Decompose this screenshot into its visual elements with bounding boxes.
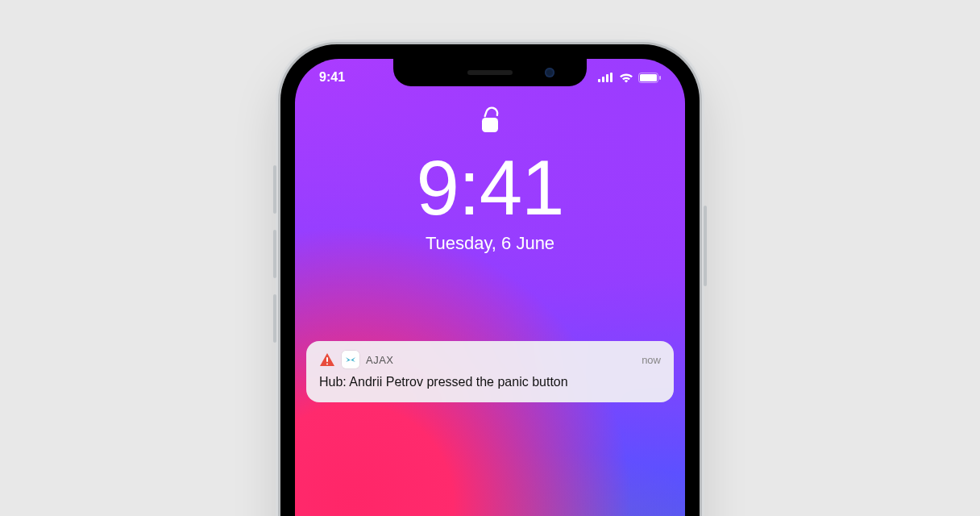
svg-rect-6 xyxy=(659,76,661,80)
notification-body: Hub: Andrii Petrov pressed the panic but… xyxy=(319,375,661,389)
lockscreen-clock: 9:41 xyxy=(417,149,564,227)
lock-screen-header: 9:41 Tuesday, 6 June xyxy=(295,59,685,254)
notification-card[interactable]: AJAX now Hub: Andrii Petrov pressed the … xyxy=(306,341,674,402)
lockscreen-date: Tuesday, 6 June xyxy=(426,233,554,254)
wifi-icon xyxy=(619,73,633,83)
cellular-icon xyxy=(598,73,614,82)
svg-rect-3 xyxy=(610,73,612,82)
unlock-icon xyxy=(480,106,500,138)
phone-screen[interactable]: 9:41 xyxy=(295,59,685,516)
svg-rect-7 xyxy=(482,118,498,132)
svg-rect-0 xyxy=(598,79,600,82)
status-time: 9:41 xyxy=(319,70,345,85)
notification-time: now xyxy=(642,354,661,366)
svg-rect-8 xyxy=(326,357,328,362)
phone-notch xyxy=(393,59,587,86)
notification-header: AJAX now xyxy=(319,351,661,368)
front-camera xyxy=(545,68,554,77)
phone-frame: 9:41 xyxy=(280,44,700,516)
svg-rect-5 xyxy=(640,74,657,81)
app-icon xyxy=(342,351,359,368)
svg-rect-9 xyxy=(326,364,328,365)
svg-rect-2 xyxy=(606,74,608,82)
battery-icon xyxy=(638,73,661,83)
status-indicators xyxy=(598,73,661,83)
speaker-grille xyxy=(467,70,513,75)
svg-rect-1 xyxy=(602,77,604,82)
notification-app-name: AJAX xyxy=(366,354,394,366)
alert-icon xyxy=(319,352,335,368)
